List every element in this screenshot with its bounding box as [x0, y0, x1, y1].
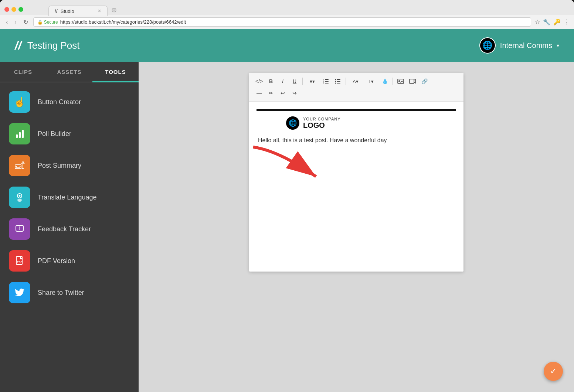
org-name: Internal Comms	[500, 41, 552, 50]
editor-body[interactable]: 🌐 YOUR COMPANY LOGO Hello all, this is a…	[249, 102, 463, 272]
tab-title: Studio	[61, 8, 74, 14]
sidebar-item-share-to-twitter[interactable]: Share to Twitter	[0, 277, 139, 309]
sidebar-item-post-summary[interactable]: 🛋 Post Summary	[0, 150, 139, 181]
toolbar-italic-button[interactable]: I	[277, 76, 288, 86]
toolbar-row-2: — ✏ ↩ ↪	[254, 88, 459, 98]
app-content: // Testing Post 🌐 Internal Comms ▾ CLIPS…	[0, 29, 574, 392]
minimize-button[interactable]	[11, 7, 16, 12]
svg-rect-24	[410, 79, 414, 83]
feedback-tracker-label: Feedback Tracker	[38, 225, 91, 233]
editor-header-bar	[257, 109, 456, 111]
new-tab-button[interactable]: ⊕	[108, 4, 120, 16]
editor-logo-text: YOUR COMPANY LOGO	[303, 117, 341, 129]
pdf-version-icon: PDF	[9, 250, 30, 272]
sidebar-item-poll-builder[interactable]: Poll Builder	[0, 118, 139, 150]
extension-icon-2[interactable]: 🔑	[553, 18, 561, 25]
svg-rect-2	[22, 130, 24, 138]
editor-panel: </> B I U ≡▾ 123 A▾ T	[249, 73, 463, 272]
svg-point-23	[399, 80, 400, 81]
toolbar-link-button[interactable]: 🔗	[419, 76, 430, 86]
toolbar-text-color-button[interactable]: 💧	[379, 76, 390, 86]
button-creator-label: Button Creator	[38, 98, 81, 106]
toolbar-bold-button[interactable]: B	[265, 76, 276, 86]
svg-point-20	[335, 81, 336, 82]
toolbar-code-button[interactable]: </>	[254, 76, 265, 86]
toolbar-video-button[interactable]	[407, 76, 418, 86]
post-summary-label: Post Summary	[38, 162, 81, 170]
pdf-version-label: PDF Version	[38, 257, 75, 265]
sidebar-tabs: CLIPS ASSETS TOOLS	[0, 62, 139, 82]
toolbar-list-ol-button[interactable]: 123	[320, 76, 332, 86]
translate-language-label: Translate Language	[38, 194, 96, 201]
org-globe-icon: 🌐	[479, 37, 496, 54]
toolbar-underline-button[interactable]: U	[289, 76, 300, 86]
traffic-lights	[4, 7, 23, 12]
close-button[interactable]	[4, 7, 9, 12]
sidebar: CLIPS ASSETS TOOLS ☝ Button Creator	[0, 62, 139, 392]
sidebar-items: ☝ Button Creator Poll Builder	[0, 82, 139, 392]
sidebar-item-feedback-tracker[interactable]: ! Feedback Tracker	[0, 213, 139, 245]
toolbar-image-button[interactable]	[395, 76, 406, 86]
app-header: // Testing Post 🌐 Internal Comms ▾	[0, 29, 574, 62]
sidebar-item-translate-language[interactable]: Translate Language	[0, 181, 139, 213]
page-title: Testing Post	[27, 40, 80, 51]
tab-close-icon[interactable]: ✕	[98, 8, 101, 14]
share-to-twitter-label: Share to Twitter	[38, 289, 84, 297]
active-tab[interactable]: // Studio ✕	[48, 6, 108, 16]
secure-badge: 🔒 Secure	[37, 20, 58, 25]
fab-button[interactable]: ✓	[544, 362, 563, 381]
browser-actions: ☆ 🔧 🔑 ⋮	[535, 18, 570, 25]
svg-rect-1	[19, 132, 21, 138]
toolbar-row-1: </> B I U ≡▾ 123 A▾ T	[254, 76, 459, 86]
toolbar-font-color-button[interactable]: A▾	[348, 76, 363, 86]
url-text: https://studio.backstit.ch/my/categories…	[60, 19, 186, 25]
toolbar-hr-button[interactable]: —	[254, 88, 265, 98]
toolbar-separator-1	[302, 78, 303, 85]
sidebar-item-pdf-version[interactable]: PDF PDF Version	[0, 245, 139, 277]
toolbar-font-size-button[interactable]: T▾	[364, 76, 378, 86]
svg-text:PDF: PDF	[17, 261, 23, 263]
bookmark-icon[interactable]: ☆	[535, 18, 540, 25]
toolbar-redo-button[interactable]: ↪	[289, 88, 300, 98]
feedback-tracker-icon: !	[9, 218, 30, 240]
app-logo-icon: //	[15, 39, 21, 52]
editor-globe-icon: 🌐	[286, 116, 299, 130]
menu-icon[interactable]: ⋮	[564, 18, 570, 25]
translate-language-icon	[9, 187, 30, 208]
title-bar: // Studio ✕ ⊕	[0, 0, 574, 15]
toolbar-align-button[interactable]: ≡▾	[305, 76, 320, 86]
org-dropdown-icon[interactable]: ▾	[557, 42, 559, 48]
url-bar[interactable]: 🔒 Secure https://studio.backstit.ch/my/c…	[33, 17, 531, 27]
back-button[interactable]: ‹	[4, 18, 9, 26]
forward-button[interactable]: ›	[13, 18, 18, 26]
browser-chrome: // Studio ✕ ⊕ ‹ › ↻ 🔒 Secure https://stu…	[0, 0, 574, 29]
editor-toolbar: </> B I U ≡▾ 123 A▾ T	[249, 73, 463, 102]
svg-rect-10	[325, 79, 329, 80]
svg-rect-16	[337, 79, 340, 80]
editor-post-text[interactable]: Hello all, this is a test post. Have a w…	[257, 137, 456, 144]
refresh-button[interactable]: ↻	[22, 18, 30, 26]
svg-rect-12	[325, 83, 329, 83]
extension-icon-1[interactable]: 🔧	[543, 18, 550, 25]
svg-rect-18	[337, 83, 340, 83]
post-summary-icon: 🛋	[9, 155, 30, 176]
main-content: </> B I U ≡▾ 123 A▾ T	[139, 62, 574, 392]
svg-rect-17	[337, 81, 340, 82]
lock-icon: 🔒	[37, 20, 43, 25]
poll-builder-icon	[9, 123, 30, 144]
editor-company-label: YOUR COMPANY	[303, 117, 341, 121]
sidebar-item-button-creator[interactable]: ☝ Button Creator	[0, 86, 139, 118]
toolbar-separator-3	[393, 78, 393, 85]
tab-tools[interactable]: TOOLS	[92, 62, 139, 82]
svg-rect-11	[325, 81, 329, 82]
toolbar-edit-button[interactable]: ✏	[265, 88, 276, 98]
toolbar-undo-button[interactable]: ↩	[277, 88, 288, 98]
svg-point-4	[19, 195, 21, 197]
maximize-button[interactable]	[18, 7, 23, 12]
share-to-twitter-icon	[9, 282, 30, 303]
toolbar-list-ul-button[interactable]	[332, 76, 343, 86]
tab-assets[interactable]: ASSETS	[46, 62, 92, 82]
editor-logo-row: 🌐 YOUR COMPANY LOGO	[257, 116, 456, 130]
tab-clips[interactable]: CLIPS	[0, 62, 46, 82]
svg-point-19	[335, 79, 336, 80]
